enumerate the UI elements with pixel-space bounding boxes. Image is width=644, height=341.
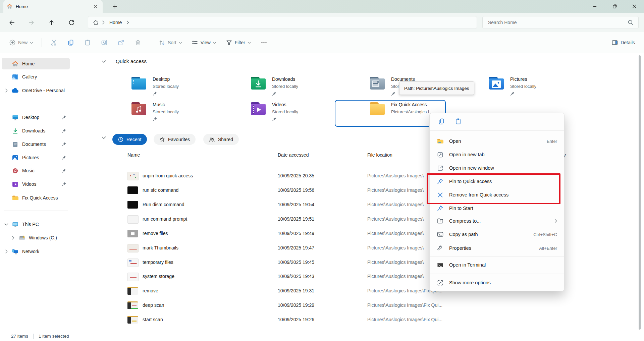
sidebar-item-windows-c[interactable]: Windows (C:) [2,232,70,243]
file-location: Pictures\Auslogics Images\ [367,274,424,279]
file-thumbnail [127,172,139,180]
section-collapse-icon[interactable] [102,60,106,63]
sidebar-item-pictures[interactable]: Pictures [2,152,70,163]
up-button[interactable] [46,17,56,27]
column-header-date-accessed[interactable]: Date accessed [278,152,309,158]
menu-item-open-in-new-tab[interactable]: Open in new tab [433,149,561,161]
sidebar-divider [4,211,68,211]
sidebar-item-label: Fix Quick Access [22,195,58,201]
sidebar-item-onedrive[interactable]: OneDrive - Personal [2,85,70,96]
details-button[interactable]: Details [608,37,638,48]
sidebar-item-home[interactable]: Home [2,58,70,69]
share-button[interactable] [114,37,128,48]
sidebar-item-label: Videos [22,181,37,187]
star-icon [159,137,165,142]
new-button[interactable]: New [6,37,36,48]
file-row[interactable]: deep scan 10/09/2025 19:29 Pictures\Ausl… [122,298,636,312]
chevron-right-icon[interactable] [8,236,18,240]
menu-item-open-in-new-window[interactable]: Open in new window [433,162,561,174]
sidebar-item-downloads[interactable]: Downloads [2,125,70,136]
view-button[interactable]: View [189,37,219,48]
quick-access-tile-pictures[interactable]: Pictures Stored locally [489,74,600,104]
search-icon[interactable] [628,19,634,25]
copy-button[interactable] [64,37,77,48]
file-row[interactable]: start scan 10/09/2025 19:26 Pictures\Aus… [122,312,636,327]
file-location: Pictures\Auslogics Images\Fix Qui... [367,317,442,322]
sidebar-item-documents[interactable]: Documents [2,138,70,150]
address-home-icon[interactable] [93,20,99,25]
tab-favourites[interactable]: Favourites [154,134,196,145]
sort-button[interactable]: Sort [156,37,185,48]
rename-button[interactable] [98,37,111,48]
sidebar-item-network[interactable]: Network [2,246,70,257]
search-box[interactable] [482,16,639,29]
tab-recent[interactable]: Recent [112,134,147,145]
column-header-file-location[interactable]: File location [367,152,392,158]
sidebar-item-label: Home [22,61,35,66]
menu-separator [430,130,564,131]
search-input[interactable] [487,19,628,25]
menu-item-label: Show more options [449,280,491,285]
menu-item-label: Pin to Start [449,206,473,211]
file-thumbnail [127,215,139,224]
red-highlight-box [427,173,560,204]
explorer-tab[interactable]: Home [3,0,103,13]
file-name: system storage [143,274,174,279]
back-button[interactable] [7,17,17,27]
tile-subtitle: Stored locally [153,109,179,114]
chevron-right-icon[interactable] [2,89,11,93]
filter-label: Filter [235,40,245,45]
filter-button[interactable]: Filter [223,37,254,48]
tab-shared[interactable]: Shared [203,134,239,145]
copy-icon[interactable] [436,116,447,127]
new-tab-button[interactable] [111,2,119,10]
section-collapse-icon[interactable] [102,136,106,139]
close-button[interactable] [627,0,642,13]
sidebar-item-fix-quick-access[interactable]: Fix Quick Access [2,192,70,204]
breadcrumb-home[interactable]: Home [108,19,123,26]
file-date: 10/09/2025 19:47 [278,245,314,250]
minimize-button[interactable] [587,0,602,13]
titlebar: Home [0,0,644,13]
forward-button[interactable] [26,17,36,27]
delete-button[interactable] [131,37,145,48]
sidebar-item-music[interactable]: Music [2,165,70,176]
quick-access-tile-music[interactable]: Music Stored locally [131,100,242,130]
restore-button[interactable] [607,0,623,13]
sidebar-item-desktop[interactable]: Desktop [2,112,70,123]
paste-button[interactable] [81,37,94,48]
sidebar-item-gallery[interactable]: Gallery [2,71,70,82]
sidebar-item-this-pc[interactable]: This PC [2,219,70,230]
vertical-scrollbar[interactable] [639,55,641,330]
menu-item-open[interactable]: Open Enter [433,135,561,147]
file-name: deep scan [143,302,164,308]
open-new-window-icon [437,165,443,171]
chevron-down-icon[interactable] [2,223,11,226]
sidebar-item-label: Pictures [22,155,39,160]
menu-item-label: Open in Terminal [449,262,486,268]
view-icon [192,39,198,46]
pin-icon [62,128,66,133]
tab-label: Shared [218,137,233,142]
sidebar-item-label: Documents [22,141,46,147]
menu-item-show-more-options[interactable]: Show more options [433,277,561,289]
menu-item-copy-as-path[interactable]: Copy as path Ctrl+Shift+C [433,228,561,240]
refresh-button[interactable] [66,17,76,27]
sidebar-item-videos[interactable]: Videos [2,178,70,190]
tile-subtitle: Stored locally [153,84,179,89]
menu-item-properties[interactable]: Properties Alt+Enter [433,242,561,254]
address-bar[interactable]: Home [88,16,477,29]
tab-label: Recent [126,137,141,142]
more-options-button[interactable] [257,37,271,48]
paste-icon[interactable] [452,116,464,127]
music-icon [11,167,19,174]
column-header-name[interactable]: Name [127,152,140,158]
tab-close-icon[interactable] [91,2,99,10]
menu-item-compress-to[interactable]: Compress to... [433,215,561,227]
sidebar-item-label: Windows (C:) [29,235,57,240]
menu-item-open-in-terminal[interactable]: Open in Terminal [433,259,561,271]
cut-button[interactable] [47,37,61,48]
file-name: unpin from quick access [143,173,193,178]
file-name: run sfc command [143,187,178,193]
chevron-right-icon[interactable] [2,249,11,253]
